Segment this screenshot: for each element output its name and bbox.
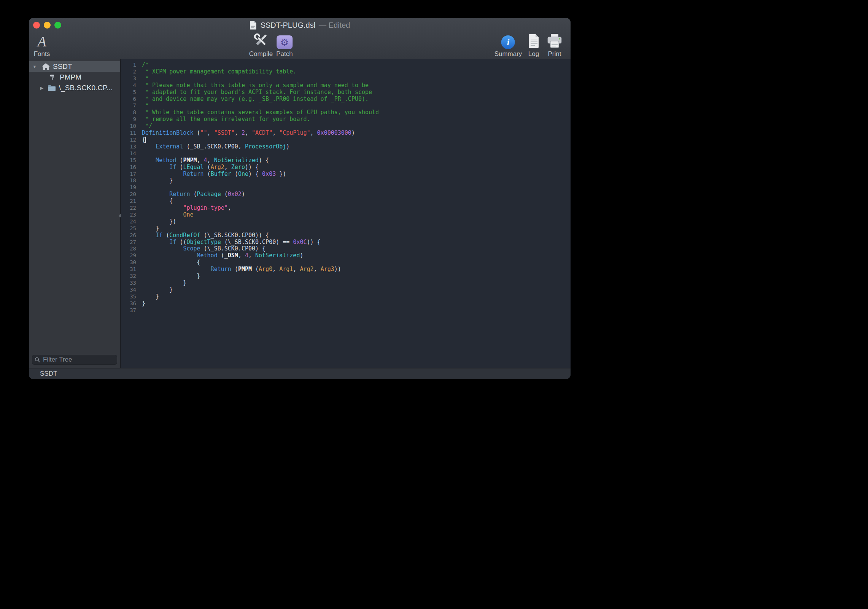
code-text: } [136, 287, 173, 293]
code-text: } [136, 300, 145, 307]
code-line: 3 * [121, 75, 571, 82]
summary-button[interactable]: i Summary [494, 32, 522, 57]
code-line: 14 [121, 150, 571, 157]
filter-tree-input[interactable] [42, 356, 114, 364]
titlebar[interactable]: SSDT-PLUG.dsl — Edited [29, 18, 571, 32]
code-line: 28 Scope (\_SB.SCK0.CP00) { [121, 246, 571, 252]
code-line: 13 External (_SB_.SCK0.CP00, ProcessorOb… [121, 143, 571, 150]
sidebar-item-sb-sck0[interactable]: ▶ \_SB.SCK0.CP... [29, 83, 120, 93]
code-text [136, 150, 142, 157]
code-line: 1/* [121, 62, 571, 69]
compile-button[interactable]: Compile [249, 32, 273, 57]
window-body: ▼ SSDT PMPM [29, 59, 571, 368]
code-line: 15 Method (PMPM, 4, NotSerialized) { [121, 157, 571, 164]
code-line: 12{ [121, 137, 571, 143]
line-number: 27 [121, 239, 136, 246]
code-text: If (LEqual (Arg2, Zero)) { [136, 164, 259, 171]
line-number: 33 [121, 280, 136, 287]
code-text: * [136, 75, 149, 82]
line-number: 9 [121, 116, 136, 123]
patch-label: Patch [276, 50, 293, 57]
zoom-button[interactable] [54, 22, 61, 29]
line-number: 15 [121, 157, 136, 164]
minimize-button[interactable] [44, 22, 51, 29]
code-text: * and device name may vary (e.g. _SB_.PR… [136, 96, 369, 103]
code-line: 6 * and device name may vary (e.g. _SB_.… [121, 96, 571, 103]
code-text: Return (Package (0x02) [136, 191, 245, 198]
summary-info-icon: i [501, 35, 515, 49]
screenshot-canvas: SSDT-PLUG.dsl — Edited A Fonts [0, 0, 868, 609]
code-text: "plugin-type", [136, 205, 231, 212]
line-number: 1 [121, 62, 136, 69]
line-number: 20 [121, 191, 136, 198]
code-text: }) [136, 218, 176, 225]
line-number: 16 [121, 164, 136, 171]
line-number: 12 [121, 137, 136, 143]
line-number: 4 [121, 82, 136, 89]
code-line: 27 If ((ObjectType (\_SB.SCK0.CP00) == 0… [121, 239, 571, 246]
fonts-icon: A [37, 34, 46, 49]
code-text: * [136, 102, 149, 109]
log-label: Log [528, 50, 539, 57]
code-line: 8 * While the table contains several exa… [121, 109, 571, 116]
code-editor[interactable]: 1/*2 * XCPM power management compatibili… [121, 59, 571, 368]
summary-label: Summary [494, 50, 522, 57]
code-text: Method (PMPM, 4, NotSerialized) { [136, 157, 269, 164]
code-line: 33 } [121, 280, 571, 287]
document-icon [250, 21, 257, 30]
code-text: * remove all the ones irrelevant for you… [136, 116, 310, 123]
code-text: External (_SB_.SCK0.CP00, ProcessorObj) [136, 143, 289, 150]
chevron-down-icon[interactable]: ▼ [32, 64, 37, 69]
code-line: 36} [121, 300, 571, 307]
line-number: 35 [121, 293, 136, 300]
line-number: 24 [121, 218, 136, 225]
close-button[interactable] [33, 22, 40, 29]
compile-tools-icon [252, 32, 270, 49]
code-line: 20 Return (Package (0x02) [121, 191, 571, 198]
code-line: 10 */ [121, 123, 571, 130]
code-line: 25 } [121, 225, 571, 232]
chevron-right-icon[interactable]: ▶ [39, 86, 45, 91]
line-number: 28 [121, 246, 136, 252]
code-text: Method (_DSM, 4, NotSerialized) [136, 252, 303, 259]
log-button[interactable]: Log [526, 32, 541, 57]
code-line: 5 * adapted to fit your board's ACPI sta… [121, 89, 571, 96]
line-number: 6 [121, 96, 136, 103]
method-icon [49, 74, 56, 80]
code-text: If (CondRefOf (\_SB.SCK0.CP00)) { [136, 232, 269, 239]
code-text [136, 184, 142, 191]
code-line: 30 { [121, 259, 571, 266]
sidebar-item-ssdt[interactable]: ▼ SSDT [29, 61, 120, 72]
text-cursor [145, 137, 146, 143]
line-number: 21 [121, 198, 136, 205]
code-text: { [136, 137, 146, 143]
code-text: Return (Buffer (One) { 0x03 }) [136, 171, 286, 178]
print-button[interactable]: Print [546, 32, 563, 57]
window-header: SSDT-PLUG.dsl — Edited A Fonts [29, 18, 571, 59]
code-text: { [136, 198, 173, 205]
code-line: 31 Return (PMPM (Arg0, Arg1, Arg2, Arg3)… [121, 266, 571, 273]
code-line: 32 } [121, 273, 571, 280]
code-line: 35 } [121, 293, 571, 300]
sidebar-item-pmpm[interactable]: PMPM [29, 72, 120, 83]
status-bar: SSDT [29, 368, 571, 379]
line-number: 19 [121, 184, 136, 191]
status-path: SSDT [40, 370, 57, 378]
compile-label: Compile [249, 50, 273, 57]
gear-icon: ⚙ [280, 38, 289, 47]
line-number: 18 [121, 177, 136, 184]
filter-tree-field[interactable] [32, 355, 117, 365]
code-line: 21 { [121, 198, 571, 205]
home-icon [42, 63, 50, 70]
patch-button[interactable]: ⚙ Patch [276, 32, 293, 57]
line-number: 11 [121, 130, 136, 137]
fonts-button[interactable]: A Fonts [34, 32, 50, 57]
line-number: 25 [121, 225, 136, 232]
code-text [136, 307, 142, 314]
line-number: 37 [121, 307, 136, 314]
code-line: 4 * Please note that this table is only … [121, 82, 571, 89]
window-title: SSDT-PLUG.dsl — Edited [250, 18, 350, 32]
code-line: 11DefinitionBlock ("", "SSDT", 2, "ACDT"… [121, 130, 571, 137]
sidebar-tree: ▼ SSDT PMPM [29, 59, 120, 368]
code-text: */ [136, 123, 152, 130]
